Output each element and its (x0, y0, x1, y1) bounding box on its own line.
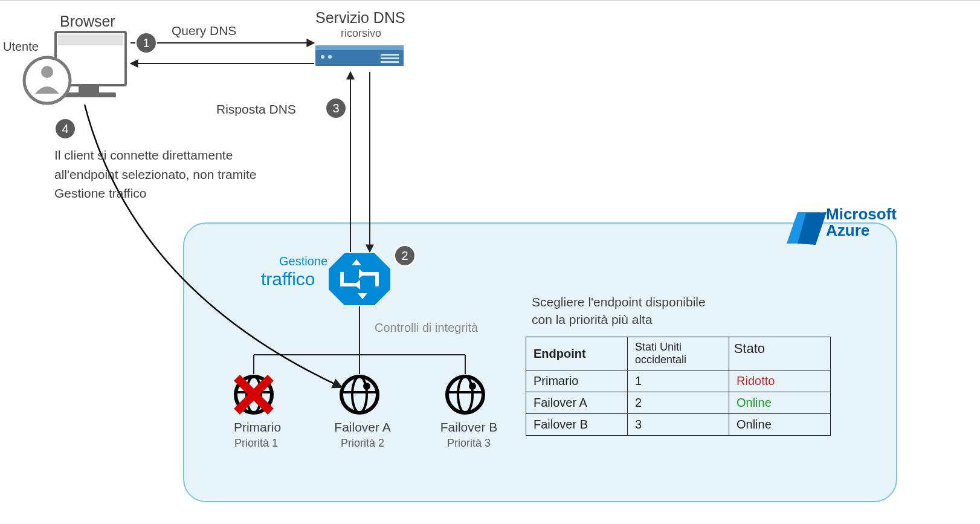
svg-rect-10 (381, 54, 399, 56)
cell-priority: 1 (628, 370, 729, 392)
cell-status: Ridotto (729, 370, 831, 392)
step-badge-3: 3 (325, 97, 347, 119)
cell-endpoint: Primario (526, 370, 628, 392)
ep3-prio: Priorità 3 (441, 437, 497, 450)
svg-point-8 (321, 55, 324, 59)
tm-traffico-label: traffico (261, 269, 315, 289)
svg-rect-7 (315, 45, 404, 50)
svg-point-5 (41, 66, 53, 78)
th-status: Stato (734, 341, 765, 357)
choose-endpoint-l2: con la priorità più alta (532, 311, 706, 328)
dns-server-icon (315, 45, 404, 66)
svg-point-9 (328, 55, 332, 59)
svg-rect-0 (56, 32, 126, 85)
cell-priority: 2 (628, 392, 729, 414)
choose-endpoint-l1: Scegliere l'endpoint disponibile (532, 293, 706, 311)
th-region: Stati Uniti occidentali (635, 341, 686, 366)
health-checks-label: Controlli di integrità (375, 321, 478, 335)
cell-status: Online (729, 392, 831, 414)
azure-logo-l2: Azure (826, 221, 869, 239)
client-connects-l3: Gestione traffico (54, 184, 256, 203)
svg-rect-11 (381, 57, 399, 59)
svg-rect-6 (315, 48, 404, 66)
azure-logo-l1: Microsoft (826, 205, 897, 223)
svg-rect-12 (381, 61, 399, 63)
th-endpoint: Endpoint (526, 337, 628, 370)
cell-status: Online (729, 414, 831, 436)
step-badge-1: 1 (135, 32, 157, 54)
browser-icon (24, 32, 126, 103)
table-row: Failover B3Online (526, 414, 831, 436)
choose-endpoint-text: Scegliere l'endpoint disponibile con la … (532, 293, 706, 329)
ep3-name: Failover B (437, 420, 500, 435)
ep2-name: Failover A (331, 420, 394, 435)
svg-rect-1 (58, 34, 123, 45)
svg-rect-2 (79, 85, 99, 94)
svg-rect-3 (63, 92, 116, 97)
ep1-name: Primario (232, 420, 283, 435)
svg-point-4 (24, 57, 70, 103)
dns-service-title: Servizio DNS (315, 9, 405, 27)
azure-logo: Microsoft Azure (785, 206, 897, 239)
cell-endpoint: Failover B (526, 414, 628, 436)
cell-endpoint: Failover A (526, 392, 628, 414)
client-connects-text: Il client si connette direttamente all'e… (54, 146, 256, 203)
risposta-dns-label: Risposta DNS (216, 102, 296, 117)
user-label: Utente (3, 40, 39, 54)
cell-priority: 3 (628, 414, 729, 436)
dns-service-sub: ricorsivo (341, 27, 381, 40)
ep1-prio: Priorità 1 (228, 437, 284, 450)
browser-title: Browser (60, 13, 115, 30)
ep2-prio: Priorità 2 (335, 437, 390, 450)
step-badge-4: 4 (54, 118, 76, 140)
endpoint-table: Endpoint Stati Uniti occidentali Stato P… (526, 337, 831, 436)
table-row: Primario1Ridotto (526, 370, 831, 392)
table-row: Failover A2Online (526, 392, 831, 414)
query-dns-label: Query DNS (172, 24, 236, 38)
step-badge-2: 2 (394, 245, 416, 267)
client-connects-l1: Il client si connette direttamente (54, 146, 256, 165)
tm-gestione-label: Gestione (279, 254, 327, 268)
client-connects-l2: all'endpoint selezionato, non tramite (54, 165, 256, 184)
